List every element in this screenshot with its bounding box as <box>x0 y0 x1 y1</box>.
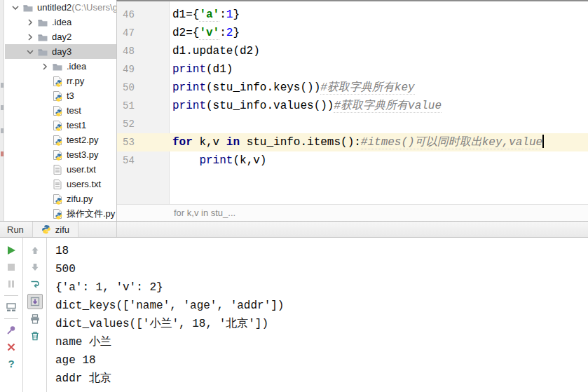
tree-item-label: t3 <box>67 90 74 101</box>
run-toolbar-console <box>23 238 47 392</box>
code-line-51[interactable]: 51print(stu_info.values())#获取字典所有value <box>117 97 588 115</box>
close-button[interactable] <box>4 340 18 354</box>
code-line-53[interactable]: 53for k,v in stu_info.items():#itmes()可以… <box>117 133 588 151</box>
tree-item-user-txt[interactable]: user.txt <box>5 162 116 177</box>
tree-item-label: 操作文件.py <box>67 208 115 220</box>
stop-icon <box>6 262 17 273</box>
run-tab-zifu[interactable]: zifu <box>32 222 78 237</box>
run-toolbar-main: ? <box>0 238 23 392</box>
chevron-spacer <box>39 120 50 131</box>
chevron-spacer <box>39 179 50 190</box>
code-line-52[interactable]: 52 <box>117 115 588 133</box>
close-icon <box>6 342 17 353</box>
output-line: 500 <box>55 260 588 278</box>
line-number[interactable]: 54 <box>117 151 170 170</box>
up-arrow-button <box>28 243 42 257</box>
print-button[interactable] <box>28 312 42 326</box>
line-number[interactable]: 49 <box>117 60 170 79</box>
tree-item-py[interactable]: 操作文件.py <box>5 206 116 221</box>
tree-item-idea[interactable]: .idea <box>5 15 116 29</box>
chevron-down-icon[interactable] <box>10 2 21 13</box>
restore-layout-button[interactable] <box>4 300 18 314</box>
python-file-icon <box>52 76 63 87</box>
down-arrow-icon <box>29 262 41 273</box>
code-line-54[interactable]: 54 print(k,v) <box>117 151 588 170</box>
tree-item-rr-py[interactable]: rr.py <box>5 74 116 88</box>
line-number[interactable]: 47 <box>117 24 170 42</box>
tree-item-label: users.txt <box>67 179 101 189</box>
run-console-output[interactable]: 18500{'a': 1, 'v': 2}dict_keys(['name', … <box>47 238 588 392</box>
code-line-47[interactable]: 47d2={'v':2} <box>117 24 588 42</box>
chevron-down-icon[interactable] <box>25 46 36 58</box>
line-number[interactable]: 52 <box>117 115 170 133</box>
ide-window: untitled2 (C:\Users\g.ideaday2day3.idear… <box>0 0 588 392</box>
chevron-right-icon[interactable] <box>39 61 50 72</box>
run-panel-title: Run <box>7 224 24 235</box>
python-file-icon <box>52 90 63 102</box>
python-file-icon <box>52 208 63 219</box>
tree-item-label: test3.py <box>67 149 99 160</box>
soft-wrap-icon <box>29 278 41 290</box>
tree-item-test1[interactable]: test1 <box>5 118 116 133</box>
python-file-icon <box>52 135 63 146</box>
output-line: addr 北京 <box>55 370 588 388</box>
tree-item-label: test2.py <box>67 135 99 145</box>
soft-wrap-button[interactable] <box>28 277 42 291</box>
code-line-48[interactable]: 48d1.update(d2) <box>117 42 588 60</box>
chevron-right-icon[interactable] <box>25 17 36 28</box>
tree-item-untitled2[interactable]: untitled2 (C:\Users\g <box>5 0 116 15</box>
output-line: name 小兰 <box>55 333 588 351</box>
editor-context-breadcrumb[interactable]: for k,v in stu_... <box>117 204 588 221</box>
svg-text:?: ? <box>8 358 14 370</box>
code-line-49[interactable]: 49print(d1) <box>117 60 588 79</box>
code-text: print(stu_info.keys())#获取字典所有key <box>170 79 415 97</box>
code-editor[interactable]: 46d1={'a':1}47d2={'v':2}48d1.update(d2)4… <box>116 0 588 221</box>
stop-button <box>4 260 18 274</box>
scroll-to-end-button[interactable] <box>27 294 43 309</box>
tree-item-test3-py[interactable]: test3.py <box>5 147 116 162</box>
output-line: dict_keys(['name', 'age', 'addr']) <box>55 297 588 315</box>
line-number[interactable]: 48 <box>117 42 170 60</box>
code-text <box>170 115 172 133</box>
pin-button[interactable] <box>4 323 18 337</box>
line-number[interactable]: 51 <box>117 97 170 115</box>
print-icon <box>29 313 41 325</box>
rerun-button[interactable] <box>4 243 18 257</box>
code-area[interactable]: 46d1={'a':1}47d2={'v':2}48d1.update(d2)4… <box>117 1 588 204</box>
scroll-to-end-icon <box>29 296 41 307</box>
line-number[interactable]: 46 <box>117 6 170 24</box>
line-number[interactable]: 53 <box>117 133 170 151</box>
breadcrumb-text: for k,v in stu_... <box>174 208 235 218</box>
code-line-46[interactable]: 46d1={'a':1} <box>117 6 588 24</box>
line-number[interactable]: 50 <box>117 79 170 97</box>
tree-item-test2-py[interactable]: test2.py <box>5 133 116 147</box>
tree-item-users-txt[interactable]: users.txt <box>5 177 116 191</box>
code-line-50[interactable]: 50print(stu_info.keys())#获取字典所有key <box>117 79 588 97</box>
tree-item-test[interactable]: test <box>5 103 116 118</box>
folder-icon <box>52 61 63 72</box>
help-button[interactable]: ? <box>4 357 18 371</box>
tree-item-day3[interactable]: day3 <box>5 44 116 59</box>
pause-button <box>4 277 18 291</box>
tree-item-label: rr.py <box>67 76 84 86</box>
tree-item-zifu-py[interactable]: zifu.py <box>5 191 116 206</box>
folder-icon <box>37 17 48 28</box>
folder-icon <box>22 2 34 13</box>
clear-all-icon <box>29 330 41 342</box>
run-tool-window: Run zifu ? 18500{'a': 1, 'v': 2}dict_key… <box>0 221 588 392</box>
tree-item-day2[interactable]: day2 <box>5 29 116 44</box>
chevron-spacer <box>39 135 50 146</box>
tree-item-label: day3 <box>52 46 71 57</box>
chevron-spacer <box>39 164 50 175</box>
python-file-icon <box>52 194 63 205</box>
down-arrow-button <box>28 260 42 274</box>
chevron-right-icon[interactable] <box>25 32 36 43</box>
project-tree: untitled2 (C:\Users\g.ideaday2day3.idear… <box>5 0 116 221</box>
tree-item-idea[interactable]: .idea <box>5 59 116 74</box>
clear-all-button[interactable] <box>28 329 42 343</box>
folder-icon <box>37 32 48 43</box>
tree-item-label: test <box>67 105 81 116</box>
toolbar-separator <box>4 295 18 296</box>
tree-item-label: day2 <box>52 32 71 42</box>
tree-item-t3[interactable]: t3 <box>5 88 116 103</box>
